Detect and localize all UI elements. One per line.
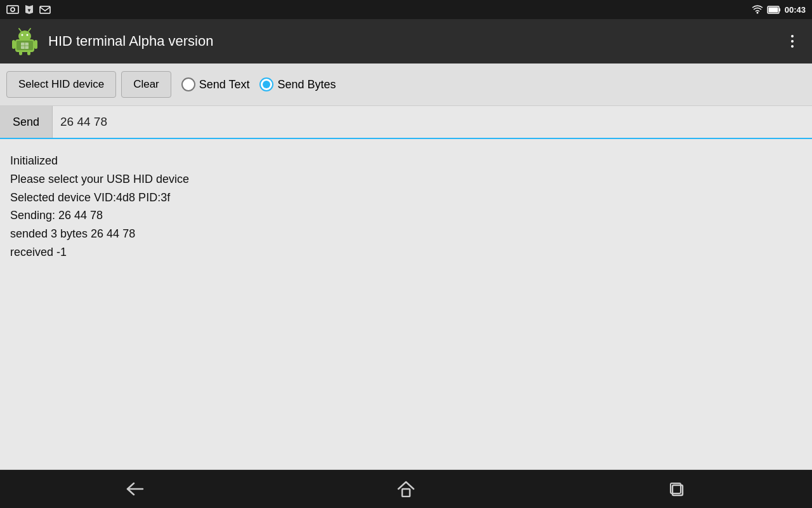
svg-text:▼: ▼ bbox=[27, 8, 32, 13]
send-text-label: Send Text bbox=[199, 78, 250, 91]
radio-group: Send Text Send Bytes bbox=[181, 77, 336, 91]
send-text-option[interactable]: Send Text bbox=[181, 77, 250, 91]
overflow-dot-1 bbox=[791, 35, 794, 37]
svg-point-10 bbox=[22, 34, 23, 36]
send-input[interactable] bbox=[53, 106, 812, 138]
log-line-5: received -1 bbox=[10, 243, 802, 262]
back-button[interactable] bbox=[110, 476, 160, 502]
battery-icon bbox=[767, 6, 781, 14]
photo-icon bbox=[6, 5, 19, 14]
svg-rect-23 bbox=[402, 489, 410, 497]
svg-rect-16 bbox=[19, 51, 22, 55]
bottom-nav bbox=[0, 470, 812, 508]
send-bytes-option[interactable]: Send Bytes bbox=[259, 77, 336, 91]
overflow-dot-2 bbox=[791, 40, 794, 43]
svg-line-13 bbox=[29, 29, 30, 31]
send-text-radio[interactable] bbox=[181, 77, 195, 91]
log-line-4: sended 3 bytes 26 44 78 bbox=[10, 225, 802, 243]
app-bar: HID terminal Alpha version bbox=[0, 19, 812, 64]
svg-rect-7 bbox=[768, 7, 778, 12]
svg-point-9 bbox=[18, 30, 31, 42]
overflow-menu-button[interactable] bbox=[783, 32, 802, 51]
send-button[interactable]: Send bbox=[0, 106, 53, 138]
svg-rect-0 bbox=[7, 6, 18, 13]
clear-button[interactable]: Clear bbox=[121, 71, 171, 98]
email-icon bbox=[39, 6, 51, 14]
main-content: Select HID device Clear Send Text Send B… bbox=[0, 64, 812, 470]
wifi-signal-icon bbox=[752, 5, 763, 14]
svg-rect-15 bbox=[34, 40, 37, 49]
svg-line-12 bbox=[19, 29, 21, 31]
send-bytes-label: Send Bytes bbox=[277, 78, 336, 91]
recents-button[interactable] bbox=[652, 476, 702, 502]
status-bar-left: ▼ bbox=[6, 5, 51, 14]
log-line-0: Initialized bbox=[10, 152, 802, 170]
app-title: HID terminal Alpha version bbox=[48, 33, 213, 50]
time-display: 00:43 bbox=[785, 5, 806, 15]
status-bar-right: 00:43 bbox=[752, 5, 806, 15]
wifi-down-icon: ▼ bbox=[24, 5, 34, 14]
svg-rect-6 bbox=[779, 8, 780, 11]
log-line-1: Please select your USB HID device bbox=[10, 170, 802, 189]
svg-point-1 bbox=[11, 8, 15, 11]
svg-rect-4 bbox=[40, 6, 50, 13]
log-area: Initialized Please select your USB HID d… bbox=[0, 139, 812, 470]
send-row: Send bbox=[0, 106, 812, 139]
toolbar: Select HID device Clear Send Text Send B… bbox=[0, 64, 812, 106]
back-icon bbox=[125, 482, 145, 496]
select-hid-device-button[interactable]: Select HID device bbox=[6, 71, 116, 98]
svg-rect-14 bbox=[12, 40, 15, 49]
svg-rect-17 bbox=[27, 51, 30, 55]
status-bar: ▼ 00:43 bbox=[0, 0, 812, 19]
android-logo bbox=[10, 27, 39, 56]
home-icon bbox=[397, 481, 415, 497]
recents-icon bbox=[668, 481, 686, 497]
home-button[interactable] bbox=[381, 476, 431, 502]
svg-point-11 bbox=[27, 34, 29, 36]
log-line-2: Selected device VID:4d8 PID:3f bbox=[10, 189, 802, 207]
send-bytes-radio[interactable] bbox=[259, 77, 273, 91]
overflow-dot-3 bbox=[791, 45, 794, 48]
log-line-3: Sending: 26 44 78 bbox=[10, 206, 802, 225]
app-bar-left: HID terminal Alpha version bbox=[10, 27, 213, 56]
